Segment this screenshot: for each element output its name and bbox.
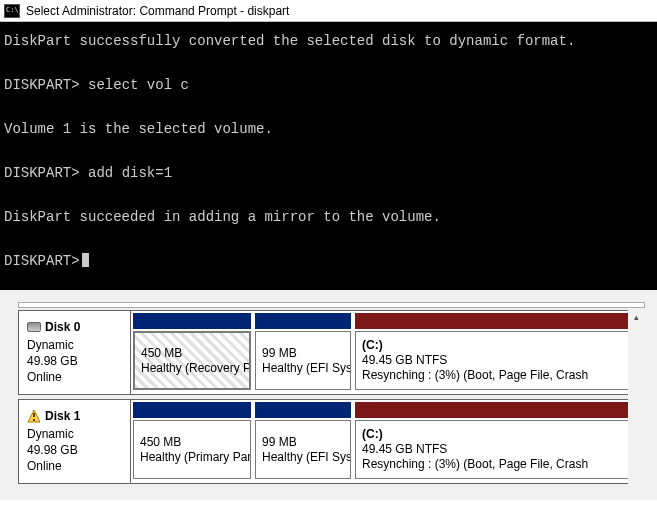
disk-status: Online <box>27 369 122 385</box>
titlebar[interactable]: Select Administrator: Command Prompt - d… <box>0 0 657 22</box>
partition-header-segment <box>355 402 642 418</box>
cursor <box>82 253 89 267</box>
partition-status: Healthy (EFI Sys <box>262 361 344 376</box>
partition-cell[interactable]: 450 MBHealthy (Recovery Par <box>133 331 251 390</box>
partition-status: Healthy (Recovery Par <box>141 361 243 376</box>
partition-status: Healthy (EFI Sys <box>262 450 344 465</box>
terminal-line: DiskPart succeeded in adding a mirror to… <box>4 209 441 225</box>
svg-rect-1 <box>33 413 35 417</box>
disk-info: Disk 1Dynamic49.98 GBOnline <box>19 400 131 483</box>
disk-size: 49.98 GB <box>27 353 122 369</box>
terminal-command: add disk=1 <box>88 165 172 181</box>
disk-row[interactable]: Disk 1Dynamic49.98 GBOnline450 MBHealthy… <box>18 399 645 484</box>
partition-status: Healthy (Primary Parti <box>140 450 244 465</box>
disk-row[interactable]: Disk 0Dynamic49.98 GBOnline450 MBHealthy… <box>18 310 645 395</box>
partition-cell[interactable]: 99 MBHealthy (EFI Sys <box>255 420 351 479</box>
disk-icon <box>27 322 41 332</box>
dynamic-disk-warn-icon <box>27 409 41 423</box>
partition-cell[interactable]: (C:)49.45 GB NTFSResynching : (3%) (Boot… <box>355 331 642 390</box>
command-prompt-window: Select Administrator: Command Prompt - d… <box>0 0 657 290</box>
splitter-handle[interactable] <box>18 302 645 308</box>
partition-cell[interactable]: 450 MBHealthy (Primary Parti <box>133 420 251 479</box>
disk-type: Dynamic <box>27 337 122 353</box>
disk-status: Online <box>27 458 122 474</box>
terminal-command: select vol c <box>88 77 189 93</box>
cmd-icon <box>4 4 20 18</box>
svg-rect-2 <box>33 419 35 421</box>
partition-size: 450 MB <box>140 435 244 450</box>
partition-label: (C:) <box>362 338 635 353</box>
partition-header-segment <box>255 402 351 418</box>
partition-size: 99 MB <box>262 435 344 450</box>
partition-body: 450 MBHealthy (Recovery Par99 MBHealthy … <box>131 329 644 394</box>
terminal-prompt: DISKPART> <box>4 77 80 93</box>
partition-size: 99 MB <box>262 346 344 361</box>
scroll-up-icon[interactable]: ▴ <box>628 308 645 325</box>
terminal-prompt: DISKPART> <box>4 165 80 181</box>
disk-type: Dynamic <box>27 426 122 442</box>
partition-body: 450 MBHealthy (Primary Parti99 MBHealthy… <box>131 418 644 483</box>
disk-header: Disk 0 <box>27 319 122 335</box>
partition-cell[interactable]: (C:)49.45 GB NTFSResynching : (3%) (Boot… <box>355 420 642 479</box>
partition-container: 450 MBHealthy (Recovery Par99 MBHealthy … <box>131 311 644 394</box>
partition-size: 49.45 GB NTFS <box>362 442 635 457</box>
partition-status: Resynching : (3%) (Boot, Page File, Cras… <box>362 368 635 383</box>
disk-size: 49.98 GB <box>27 442 122 458</box>
disk-info: Disk 0Dynamic49.98 GBOnline <box>19 311 131 394</box>
partition-header-segment <box>255 313 351 329</box>
terminal-line: DiskPart successfully converted the sele… <box>4 33 575 49</box>
terminal-output[interactable]: DiskPart successfully converted the sele… <box>0 22 657 290</box>
partition-label: (C:) <box>362 427 635 442</box>
partition-size: 49.45 GB NTFS <box>362 353 635 368</box>
partition-header-strip <box>131 400 644 418</box>
disk-header: Disk 1 <box>27 408 122 424</box>
disk-management-panel: ▴ Disk 0Dynamic49.98 GBOnline450 MBHealt… <box>0 290 657 500</box>
partition-header-segment <box>133 402 251 418</box>
disk-name: Disk 1 <box>45 408 80 424</box>
partition-header-segment <box>133 313 251 329</box>
partition-header-segment <box>355 313 642 329</box>
terminal-prompt: DISKPART> <box>4 253 80 269</box>
partition-header-strip <box>131 311 644 329</box>
vertical-scrollbar[interactable]: ▴ <box>628 308 645 488</box>
partition-container: 450 MBHealthy (Primary Parti99 MBHealthy… <box>131 400 644 483</box>
disk-name: Disk 0 <box>45 319 80 335</box>
partition-status: Resynching : (3%) (Boot, Page File, Cras… <box>362 457 635 472</box>
partition-size: 450 MB <box>141 346 243 361</box>
titlebar-text: Select Administrator: Command Prompt - d… <box>26 4 289 18</box>
partition-cell[interactable]: 99 MBHealthy (EFI Sys <box>255 331 351 390</box>
terminal-line: Volume 1 is the selected volume. <box>4 121 273 137</box>
